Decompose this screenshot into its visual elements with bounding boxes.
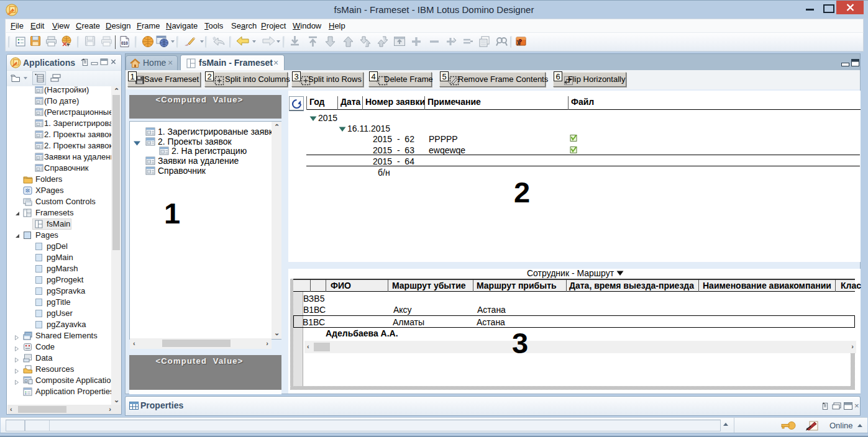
svg-text:010: 010 (121, 41, 128, 45)
